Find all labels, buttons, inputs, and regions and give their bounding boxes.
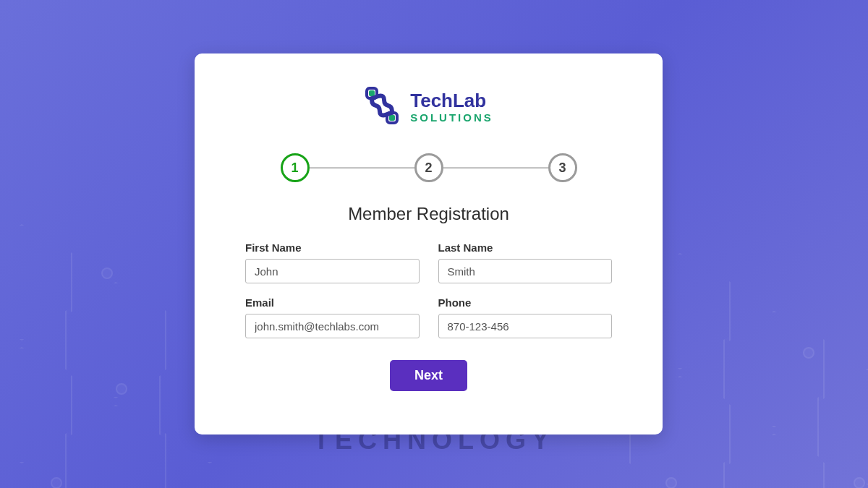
step-3: 3 <box>548 153 577 182</box>
brand-logo: TechLab SOLUTIONS <box>364 87 493 127</box>
brand-subtitle: SOLUTIONS <box>410 111 493 124</box>
step-connector <box>443 166 548 169</box>
phone-label: Phone <box>438 296 613 309</box>
phone-input[interactable] <box>438 314 613 338</box>
email-label: Email <box>245 296 420 309</box>
svg-rect-1 <box>369 90 375 96</box>
brand-name: TechLab <box>410 91 493 110</box>
first-name-label: First Name <box>245 241 420 254</box>
brand-mark-icon <box>364 87 400 127</box>
progress-stepper: 1 2 3 <box>238 153 619 182</box>
last-name-label: Last Name <box>438 241 613 254</box>
step-2: 2 <box>414 153 443 182</box>
next-button[interactable]: Next <box>390 360 467 391</box>
form-fields: First Name Last Name Email Phone <box>238 241 619 338</box>
registration-card: TechLab SOLUTIONS 1 2 3 Member Registrat… <box>195 53 663 435</box>
email-input[interactable] <box>245 314 420 338</box>
first-name-input[interactable] <box>245 259 420 283</box>
svg-rect-3 <box>389 115 395 121</box>
last-name-input[interactable] <box>438 259 613 283</box>
step-connector <box>310 166 414 169</box>
form-title: Member Registration <box>348 204 509 224</box>
step-1: 1 <box>281 153 310 182</box>
